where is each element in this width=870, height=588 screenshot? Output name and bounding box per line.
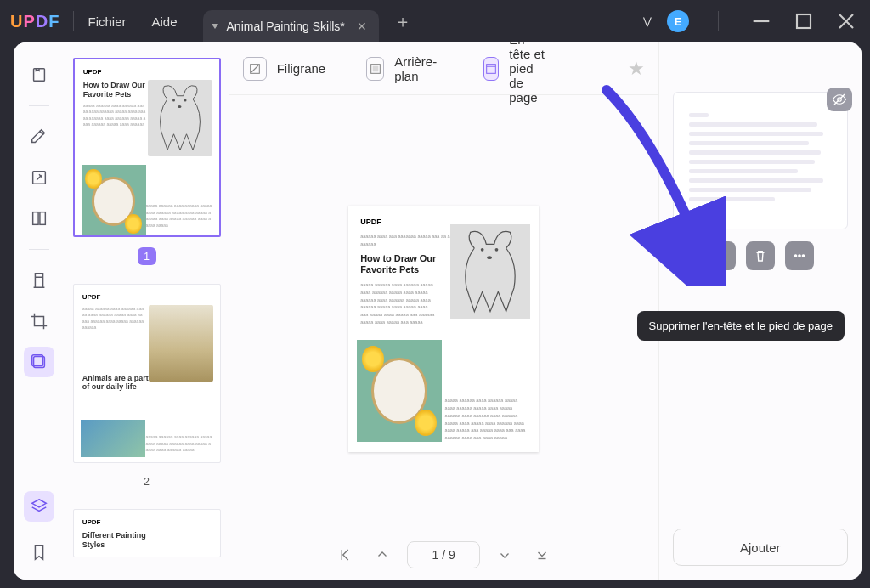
page-view: UPDF aaaaaa aaaa aaa aaaaaaa aaaaa aaa a… bbox=[348, 206, 539, 452]
watermark-label: Filigrane bbox=[277, 61, 326, 76]
background-label: Arrière-plan bbox=[394, 54, 443, 83]
edit-header-footer-button[interactable] bbox=[707, 241, 736, 270]
reader-tool-icon[interactable] bbox=[24, 59, 54, 90]
delete-header-footer-button[interactable] bbox=[746, 241, 775, 270]
menu-help[interactable]: Aide bbox=[151, 14, 177, 29]
background-tab[interactable]: Arrière-plan bbox=[366, 54, 443, 83]
organize-tool-icon[interactable] bbox=[24, 203, 54, 234]
svg-rect-17 bbox=[487, 64, 496, 73]
bookmark-icon[interactable] bbox=[24, 537, 54, 568]
svg-point-11 bbox=[184, 99, 186, 102]
watermark-icon bbox=[243, 57, 267, 81]
svg-rect-6 bbox=[33, 212, 38, 225]
thumbnail-page-3[interactable]: UPDF Different Painting Styles bbox=[73, 509, 221, 557]
thumbnail-page-2[interactable]: UPDF aaaaa aaaaaa aaaa aaaaaa aaaaa aaaa… bbox=[73, 284, 221, 463]
first-page-button[interactable] bbox=[332, 542, 358, 568]
svg-point-21 bbox=[487, 256, 492, 259]
app-logo: UPDF bbox=[10, 12, 59, 31]
header-footer-icon bbox=[483, 57, 499, 81]
layers-icon[interactable] bbox=[24, 491, 54, 522]
document-viewer[interactable]: UPDF aaaaaa aaaa aaa aaaaaaa aaaaa aaa a… bbox=[229, 95, 658, 530]
new-tab-button[interactable]: ＋ bbox=[391, 9, 415, 33]
close-window-button[interactable] bbox=[833, 8, 860, 35]
page-title: How to Draw Our Favorite Pets bbox=[360, 253, 437, 277]
svg-point-19 bbox=[481, 248, 484, 252]
crop-tool-icon[interactable] bbox=[24, 306, 54, 336]
thumb-number-1: 1 bbox=[138, 247, 156, 264]
thumbnail-page-1[interactable]: UPDF How to Draw Our Favorite Pets aaaaa… bbox=[73, 58, 221, 237]
svg-rect-1 bbox=[797, 14, 811, 28]
background-icon bbox=[366, 57, 384, 81]
svg-rect-16 bbox=[372, 65, 378, 71]
more-actions-button[interactable] bbox=[785, 241, 814, 270]
left-toolbar bbox=[14, 42, 65, 580]
annotate-tool-icon[interactable] bbox=[24, 122, 54, 152]
ocr-tool-icon[interactable] bbox=[24, 265, 54, 296]
header-footer-preview bbox=[673, 92, 848, 229]
last-page-button[interactable] bbox=[529, 542, 555, 568]
maximize-button[interactable] bbox=[790, 8, 817, 35]
thumb-title: How to Draw Our Favorite Pets bbox=[83, 81, 155, 99]
add-header-footer-button[interactable]: Ajouter bbox=[673, 529, 848, 566]
thumb-title: Animals are a part of our daily life bbox=[82, 374, 155, 393]
document-tab[interactable]: Animal Painting Skills* ✕ bbox=[203, 10, 379, 42]
svg-point-26 bbox=[794, 255, 796, 257]
watermark-tab[interactable]: Filigrane bbox=[243, 57, 326, 81]
thumbnails-panel[interactable]: UPDF How to Draw Our Favorite Pets aaaaa… bbox=[65, 42, 229, 580]
page-navigator: 1 / 9 bbox=[229, 530, 658, 580]
prev-page-button[interactable] bbox=[370, 542, 395, 568]
page-number-input[interactable]: 1 / 9 bbox=[407, 541, 480, 568]
delete-tooltip: Supprimer l'en-tête et le pied de page bbox=[637, 311, 845, 341]
svg-point-10 bbox=[172, 99, 175, 102]
minimize-button[interactable] bbox=[748, 8, 775, 35]
favorite-icon[interactable]: ★ bbox=[628, 58, 645, 80]
svg-line-14 bbox=[251, 65, 258, 72]
tab-dropdown-icon[interactable] bbox=[212, 24, 218, 29]
next-page-button[interactable] bbox=[492, 542, 517, 568]
workspace: UPDF How to Draw Our Favorite Pets aaaaa… bbox=[14, 42, 862, 580]
svg-point-28 bbox=[802, 255, 804, 257]
header-footer-panel: Supprimer l'en-tête et le pied de page A… bbox=[658, 42, 862, 580]
svg-point-12 bbox=[178, 105, 182, 108]
tab-title: Animal Painting Skills* bbox=[227, 20, 345, 33]
thumb-number-2: 2 bbox=[138, 473, 156, 490]
titlebar: UPDF Fichier Aide Animal Painting Skills… bbox=[0, 0, 870, 42]
close-tab-icon[interactable]: ✕ bbox=[357, 20, 367, 33]
visibility-toggle-icon[interactable] bbox=[827, 88, 852, 111]
preview-actions bbox=[673, 241, 848, 270]
main-pane: Filigrane Arrière-plan En-tête et pied d… bbox=[229, 42, 658, 580]
window-dropdown-icon[interactable]: ⋁ bbox=[643, 15, 652, 27]
page-tools-icon[interactable] bbox=[24, 347, 54, 377]
thumb-title: Different Painting Styles bbox=[82, 531, 155, 550]
page-tools-tabs: Filigrane Arrière-plan En-tête et pied d… bbox=[229, 42, 658, 95]
svg-point-20 bbox=[495, 248, 499, 252]
edit-tool-icon[interactable] bbox=[24, 162, 54, 193]
svg-point-27 bbox=[799, 255, 800, 257]
svg-rect-7 bbox=[40, 212, 45, 225]
user-avatar[interactable]: E bbox=[667, 10, 689, 32]
menu-file[interactable]: Fichier bbox=[88, 14, 126, 29]
